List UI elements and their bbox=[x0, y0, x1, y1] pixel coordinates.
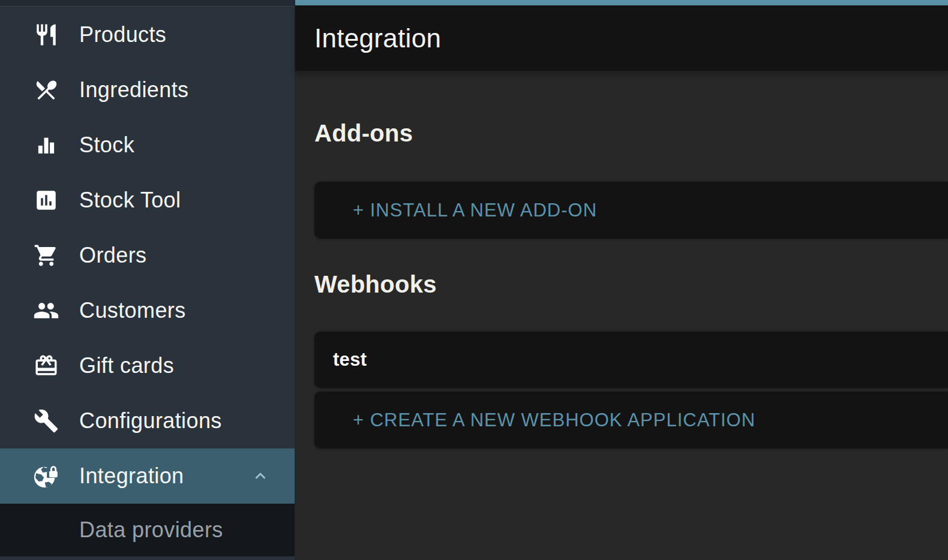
install-addon-button[interactable]: + INSTALL A NEW ADD-ON bbox=[314, 200, 597, 221]
sidebar-nav: Products Ingredients Stock Stock Tool bbox=[0, 7, 295, 556]
app-screen: Products Ingredients Stock Stock Tool bbox=[0, 0, 948, 560]
sidebar-top-divider bbox=[0, 0, 295, 7]
sidebar-item-stock[interactable]: Stock bbox=[0, 118, 295, 173]
sidebar-item-label: Gift cards bbox=[79, 353, 174, 378]
sidebar-item-label: Customers bbox=[79, 298, 186, 323]
create-webhook-button[interactable]: + CREATE A NEW WEBHOOK APPLICATION bbox=[314, 410, 755, 431]
top-accent-bar bbox=[295, 0, 948, 5]
page-title: Integration bbox=[314, 23, 441, 53]
webhook-app-row[interactable]: test bbox=[314, 332, 948, 388]
gift-icon bbox=[29, 353, 63, 378]
sidebar-item-stock-tool[interactable]: Stock Tool bbox=[0, 173, 295, 228]
sidebar-subitem-label: Data providers bbox=[79, 517, 223, 543]
sidebar-item-label: Products bbox=[79, 22, 166, 47]
page-header: Integration bbox=[295, 5, 948, 71]
sidebar-item-configurations[interactable]: Configurations bbox=[0, 393, 295, 448]
sidebar-item-customers[interactable]: Customers bbox=[0, 283, 295, 338]
sidebar-item-label: Integration bbox=[79, 463, 184, 489]
sidebar-item-gift-cards[interactable]: Gift cards bbox=[0, 338, 295, 393]
sidebar-item-products[interactable]: Products bbox=[0, 7, 295, 62]
sidebar-item-label: Orders bbox=[79, 243, 146, 268]
webhook-app-name: test bbox=[314, 349, 367, 371]
sidebar-item-data-providers[interactable]: Data providers bbox=[0, 504, 295, 556]
sidebar-submenu-integration: Data providers bbox=[0, 504, 295, 556]
sidebar-item-integration[interactable]: Integration bbox=[0, 448, 295, 504]
sidebar-item-label: Stock Tool bbox=[79, 188, 181, 213]
sidebar: Products Ingredients Stock Stock Tool bbox=[0, 0, 295, 560]
sidebar-item-label: Configurations bbox=[79, 408, 222, 433]
install-addon-card: + INSTALL A NEW ADD-ON bbox=[314, 182, 948, 239]
restaurant-icon bbox=[29, 22, 63, 47]
addons-section-heading: Add-ons bbox=[314, 120, 413, 147]
globe-lock-icon bbox=[29, 462, 63, 490]
sidebar-item-ingredients[interactable]: Ingredients bbox=[0, 62, 295, 118]
people-icon bbox=[29, 297, 63, 324]
webhooks-section-heading: Webhooks bbox=[314, 271, 437, 298]
wrench-icon bbox=[29, 408, 63, 433]
main-area: Integration Add-ons + INSTALL A NEW ADD-… bbox=[295, 0, 948, 560]
chart-box-icon bbox=[29, 188, 63, 213]
chevron-up-icon bbox=[250, 466, 271, 486]
shopping-cart-icon bbox=[29, 243, 63, 268]
sidebar-item-orders[interactable]: Orders bbox=[0, 228, 295, 283]
bar-chart-icon bbox=[29, 133, 63, 158]
create-webhook-card: + CREATE A NEW WEBHOOK APPLICATION bbox=[314, 392, 948, 448]
sidebar-item-label: Stock bbox=[79, 133, 134, 158]
utensils-crossed-icon bbox=[29, 77, 63, 103]
sidebar-item-label: Ingredients bbox=[79, 77, 189, 103]
